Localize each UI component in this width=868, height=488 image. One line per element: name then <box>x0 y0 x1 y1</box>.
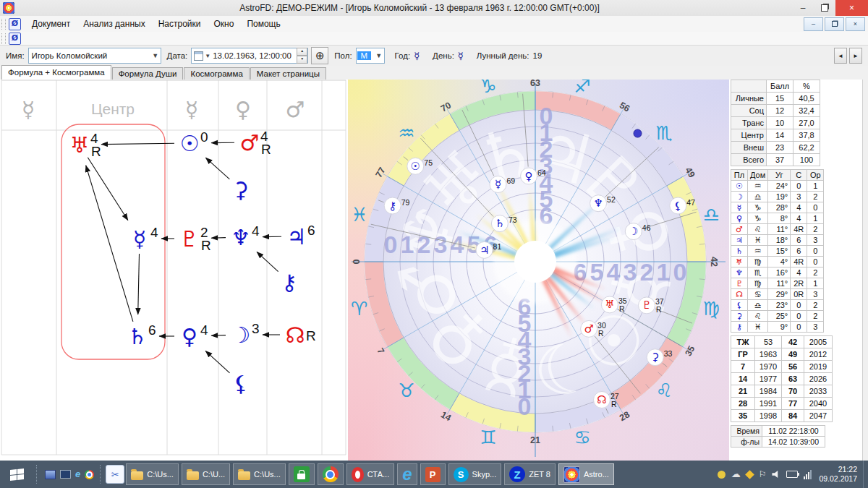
time-row: ф-лы14.02 10:39:00 <box>731 437 825 448</box>
soul-formula-diagram: ☿Центр☿♀♂♅4R☉0♂4R⚳☿4♇2R♆4♃6⚷♄6♀4☽3☊R⚸ <box>0 80 348 461</box>
svg-text:R: R <box>619 304 625 313</box>
task-button-label: СТА... <box>367 470 389 479</box>
date-value[interactable]: 13.02.1963, 12:00:00 <box>213 51 295 60</box>
svg-text:⚸: ⚸ <box>674 200 682 213</box>
age-years-table: ТЖ53422005ГР1963492012719705620191419776… <box>731 335 833 422</box>
task-button-store-3[interactable] <box>289 463 315 485</box>
tray-key-icon[interactable] <box>718 471 726 479</box>
close-button[interactable]: × <box>835 0 868 16</box>
start-button[interactable] <box>0 461 33 488</box>
svg-text:R: R <box>306 328 316 343</box>
menu-item-3[interactable]: Окно <box>207 19 240 29</box>
task-button-folder-2[interactable]: C:\Us... <box>233 463 286 485</box>
mdi-restore-button[interactable] <box>825 17 844 31</box>
quick-launch-chrome-icon[interactable] <box>85 470 94 479</box>
age-label-0: 0 <box>352 259 362 264</box>
vertical-scrollbar[interactable] <box>862 80 868 461</box>
formula-sun-icon: ☉ <box>180 131 200 156</box>
task-button-astro-10[interactable]: Astro... <box>558 463 614 485</box>
task-button-chrome-4[interactable] <box>318 463 344 485</box>
svg-text:3: 3 <box>252 321 260 336</box>
svg-text:1: 1 <box>657 258 671 286</box>
svg-text:♂: ♂ <box>584 322 593 335</box>
folder-icon <box>238 471 250 480</box>
task-button-opera-5[interactable]: СТА... <box>346 463 394 485</box>
tray-cloud-sync-icon[interactable]: ☁ <box>731 470 741 479</box>
zodiac-cancer-icon: ♋ <box>574 427 591 448</box>
svg-text:R: R <box>598 329 604 338</box>
tray-power-icon[interactable] <box>786 471 798 478</box>
svg-text:R: R <box>261 142 271 157</box>
tab-3[interactable]: Макет страницы <box>250 67 326 80</box>
taskbar-clock[interactable]: 21:2209.02.2017 <box>819 465 857 484</box>
astrofd-icon <box>563 466 580 483</box>
formula-selena-icon: ⚳ <box>233 177 249 202</box>
tab-1[interactable]: Формула Души <box>112 67 184 80</box>
quick-launch-ie-icon[interactable]: e <box>75 470 80 479</box>
quick-launch-app-icon[interactable] <box>45 470 56 479</box>
task-button-zet-9[interactable]: ZZET 8 <box>504 463 556 485</box>
task-button-folder-0[interactable]: C:\Us... <box>126 463 179 485</box>
svg-text:5: 5 <box>590 258 604 286</box>
date-picker[interactable]: ▼ 13.02.1963, 12:00:00 ▲▼ <box>191 48 308 64</box>
formula-uranus-icon: ♅ <box>70 132 90 158</box>
restore-button[interactable] <box>814 0 835 16</box>
task-button-ppt-7[interactable]: P <box>420 463 446 485</box>
tab-2[interactable]: Космограмма <box>184 67 249 80</box>
windows-taskbar: e ✂C:\Us...C:\U...C:\Us...СТА...ePSSkyp.… <box>0 461 868 488</box>
mdi-minimize-button[interactable]: – <box>804 17 823 31</box>
tray-update-icon[interactable] <box>745 470 754 479</box>
svg-text:75: 75 <box>424 158 433 167</box>
task-button-folder-1[interactable]: C:\U... <box>182 463 230 485</box>
score-row: Соц1232,4 <box>731 105 820 117</box>
date-spinner[interactable]: ▲▼ <box>297 48 307 64</box>
calendar-icon[interactable] <box>194 51 203 61</box>
menu-item-0[interactable]: Документ <box>25 19 77 29</box>
show-desktop-button[interactable] <box>863 461 868 488</box>
quick-launch-display-icon[interactable] <box>60 470 71 479</box>
mdi-close-button[interactable]: × <box>846 17 865 31</box>
fd-tool-button[interactable]: Ø <box>9 33 21 45</box>
planet-row: ♇♍11°2R1 <box>731 278 824 289</box>
svg-text:♀: ♀ <box>525 170 533 183</box>
formula-venus-icon: ♀ <box>182 324 197 349</box>
name-combobox[interactable]: Игорь Коломойский ▼ <box>28 48 161 64</box>
prev-button[interactable]: ◄ <box>834 48 847 64</box>
toolbar-grip <box>1 19 6 30</box>
window-title: AstroFD: ДЕМО-РЕЖИМ - [Игорь Коломойский… <box>58 0 781 16</box>
zodiac-aries-icon: ♈ <box>351 298 367 320</box>
svg-text:♀: ♀ <box>235 97 251 122</box>
planet-row: ☊♋29°0R3 <box>731 289 824 300</box>
planet-row: ♅♍4°4R0 <box>731 257 824 267</box>
tray-network-icon[interactable] <box>804 470 812 479</box>
menu-item-2[interactable]: Настройки <box>152 19 208 29</box>
svg-text:⚳: ⚳ <box>651 351 659 364</box>
svg-text:0: 0 <box>673 258 687 286</box>
next-button[interactable]: ► <box>849 48 862 64</box>
task-button-ie-6[interactable]: e <box>397 463 417 485</box>
toolbar: Ø <box>0 32 868 45</box>
svg-text:69: 69 <box>507 176 516 185</box>
cosmogram-wheel: ♂♀☿☽☉☿♀♇♃♄♅♆0000111122223333444455556666… <box>348 80 729 461</box>
task-button-skype-8[interactable]: SSkyp... <box>448 463 502 485</box>
svg-text:3: 3 <box>434 231 448 258</box>
folder-icon <box>131 471 143 480</box>
tray-speaker-icon[interactable] <box>772 471 780 479</box>
chevron-down-icon[interactable]: ▼ <box>205 53 210 59</box>
globe-button[interactable]: ⊕ <box>311 47 328 64</box>
age-year-row: ГР1963492012 <box>731 348 833 361</box>
svg-text:73: 73 <box>509 215 517 224</box>
planet-row: ♀♑8°41 <box>731 213 824 224</box>
menu-bar: Ø ДокументАнализ данныхНастройкиОкноПомо… <box>0 16 868 32</box>
formula-neptune-icon: ♆ <box>231 225 251 250</box>
snipping-tool-icon[interactable]: ✂ <box>106 465 124 484</box>
planet-table: ПлДомУгСОр☉♒24°01☽♎19°32☿♑28°40♀♑8°41♂♌1… <box>731 169 824 333</box>
svg-text:4: 4 <box>150 225 158 240</box>
menu-item-1[interactable]: Анализ данных <box>77 19 151 29</box>
tab-0[interactable]: Формула + Космограмма <box>1 65 111 80</box>
menu-item-4[interactable]: Помощь <box>240 19 286 29</box>
minimize-button[interactable]: – <box>792 0 814 16</box>
tray-flag-icon[interactable]: ⚐ <box>759 469 767 479</box>
svg-text:♃: ♃ <box>480 244 489 257</box>
sex-combobox[interactable]: М ▼ <box>356 48 385 64</box>
